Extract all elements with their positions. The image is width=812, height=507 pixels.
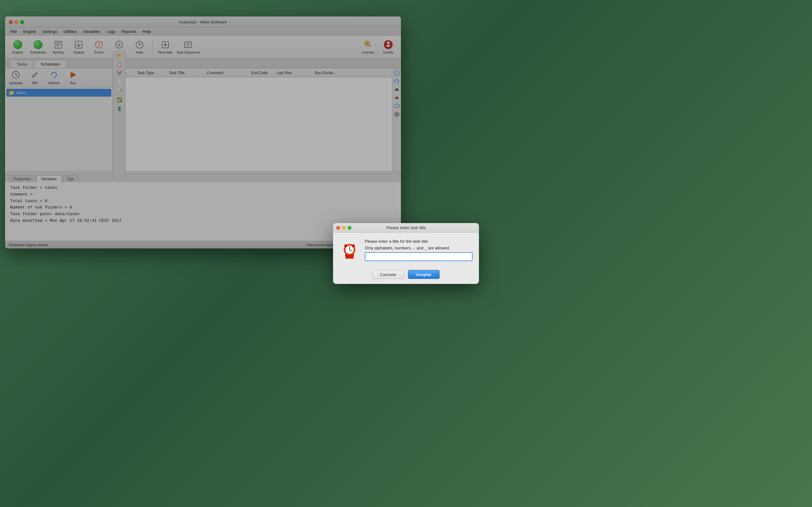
dialog-body: Please enter a title for the task title … bbox=[333, 233, 406, 253]
svg-point-44 bbox=[344, 244, 347, 247]
dialog: Please enter task title bbox=[333, 223, 406, 253]
dialog-line1: Please enter a title for the task title bbox=[365, 239, 406, 244]
dialog-titlebar: Please enter task title bbox=[333, 223, 406, 233]
dialog-line2: Only alphabets, numbers, -, and _ are al… bbox=[365, 245, 406, 250]
dialog-close[interactable] bbox=[336, 226, 340, 230]
dialog-title: Please enter task title bbox=[386, 225, 406, 230]
modal-overlay: Please enter task title bbox=[0, 0, 406, 253]
dialog-icon bbox=[339, 239, 360, 253]
svg-point-45 bbox=[352, 244, 355, 247]
dialog-min[interactable] bbox=[342, 226, 346, 230]
dialog-traffic-lights bbox=[336, 226, 351, 230]
dialog-text: Please enter a title for the task title … bbox=[365, 239, 406, 253]
dialog-input[interactable] bbox=[365, 252, 406, 253]
dialog-content-row: Please enter a title for the task title … bbox=[339, 239, 406, 253]
dialog-max[interactable] bbox=[348, 226, 351, 230]
